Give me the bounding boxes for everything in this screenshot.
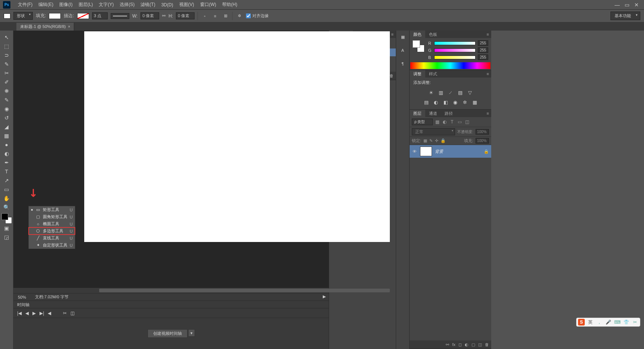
eraser-tool[interactable]: ◢ — [3, 123, 11, 131]
path-alignment-icon[interactable]: ≡ — [211, 12, 219, 20]
zoom-level[interactable]: 50% — [18, 295, 26, 299]
ime-keyboard-icon[interactable]: ⌨ — [614, 319, 621, 326]
color-tab[interactable]: 颜色 — [410, 31, 425, 38]
zoom-tool[interactable]: 🔍 — [3, 203, 11, 211]
filter-pixel-icon[interactable]: ▦ — [434, 119, 440, 125]
menu-view[interactable]: 视图(V) — [176, 1, 197, 8]
layer-thumbnail[interactable] — [420, 147, 432, 156]
stroke-width-input[interactable]: 3 点 — [92, 12, 108, 19]
lock-all-icon[interactable]: 🔒 — [441, 138, 446, 143]
color-fgbg[interactable] — [413, 40, 424, 52]
line-tool-item[interactable]: ╱直线工具U — [29, 235, 75, 242]
dodge-tool[interactable]: ◐ — [3, 150, 11, 158]
brightness-icon[interactable]: ☀ — [428, 89, 435, 96]
color-spectrum[interactable] — [410, 62, 490, 69]
layer-name[interactable]: 背景 — [435, 149, 481, 154]
paths-tab[interactable]: 路径 — [441, 110, 457, 117]
menu-edit[interactable]: 编辑(E) — [35, 1, 56, 8]
path-operations-icon[interactable]: ▫ — [201, 12, 208, 20]
shape-mode-select[interactable]: 形状 — [13, 12, 33, 20]
workspace-select[interactable]: 基本功能 — [610, 12, 640, 20]
cut-icon[interactable]: ✂ — [63, 311, 67, 316]
adjustments-tab[interactable]: 调整 — [410, 70, 425, 78]
prev-frame-icon[interactable]: ◀ — [25, 311, 29, 316]
filter-smart-icon[interactable]: ◫ — [464, 119, 470, 125]
custom-shape-tool-item[interactable]: ✦自定形状工具U — [29, 242, 75, 249]
marquee-tool[interactable]: ⬚ — [3, 42, 11, 50]
r-value[interactable]: 255 — [478, 40, 488, 46]
polygon-tool-item[interactable]: ⬡多边形工具U — [29, 227, 75, 235]
canvas-viewport[interactable]: ↘ ■▭矩形工具U ▢圆角矩形工具U ○椭圆工具U ⬡多边形工具U ╱直线工具U… — [13, 31, 329, 288]
minimize-button[interactable]: — — [613, 1, 622, 8]
stroke-swatch[interactable] — [77, 13, 89, 19]
new-layer-icon[interactable]: ◫ — [478, 342, 482, 347]
link-icon[interactable]: ⚯ — [162, 13, 165, 18]
menu-select[interactable]: 选择(S) — [117, 1, 138, 8]
close-button[interactable]: ✕ — [632, 1, 641, 8]
menu-layer[interactable]: 图层(L) — [76, 1, 96, 8]
document-canvas[interactable] — [84, 31, 390, 242]
screen-mode-icon[interactable]: ▣ — [3, 224, 11, 232]
shape-tool[interactable]: ▭ — [3, 185, 11, 194]
brush-tool[interactable]: ✎ — [3, 96, 11, 104]
panel-menu-icon[interactable]: ≡ — [484, 111, 491, 116]
paragraph-collapsed-icon[interactable]: ¶ — [399, 60, 407, 68]
goto-start-icon[interactable]: |◀ — [17, 311, 22, 316]
layer-style-icon[interactable]: fx — [452, 342, 455, 347]
lasso-tool[interactable]: ⊃ — [3, 51, 11, 59]
b-value[interactable]: 255 — [478, 54, 488, 60]
photo-filter-icon[interactable]: ◉ — [452, 99, 459, 106]
fill-input[interactable]: 100% — [476, 138, 489, 144]
panel-menu-icon[interactable]: ≡ — [389, 32, 396, 37]
bw-icon[interactable]: ◧ — [442, 99, 449, 106]
crop-tool[interactable]: ✂ — [3, 69, 11, 77]
tab-close-icon[interactable]: × — [68, 25, 70, 29]
character-collapsed-icon[interactable]: A — [399, 46, 407, 54]
quick-mask-icon[interactable]: ◲ — [3, 233, 11, 241]
gradient-tool[interactable]: ▦ — [3, 132, 11, 140]
stroke-style-select[interactable] — [111, 13, 129, 19]
ime-tool-icon[interactable]: ✂ — [632, 319, 638, 326]
align-edges-checkbox[interactable]: 对齐边缘 — [246, 13, 269, 19]
new-fill-icon[interactable]: ◐ — [465, 342, 468, 347]
play-icon[interactable]: ▶ — [32, 311, 36, 316]
swatches-tab[interactable]: 色板 — [425, 31, 441, 38]
pen-tool[interactable]: ✒ — [3, 158, 11, 167]
vibrance-icon[interactable]: ▽ — [467, 89, 473, 96]
tool-preset-icon[interactable] — [4, 13, 10, 19]
move-tool[interactable]: ↖ — [3, 33, 11, 41]
transition-icon[interactable]: ◫ — [70, 311, 75, 316]
opacity-input[interactable]: 100% — [476, 129, 489, 135]
type-tool[interactable]: T — [3, 167, 11, 176]
new-group-icon[interactable]: ▢ — [471, 342, 475, 347]
goto-end-icon[interactable]: ◀ — [48, 311, 51, 316]
add-mask-icon[interactable]: ◻ — [458, 342, 462, 347]
ellipse-tool-item[interactable]: ○椭圆工具U — [29, 220, 75, 227]
healing-tool[interactable]: ❋ — [3, 87, 11, 95]
ime-punct-icon[interactable]: ， — [596, 319, 603, 326]
delete-layer-icon[interactable]: 🗑 — [485, 342, 489, 347]
horizontal-scrollbar[interactable] — [13, 288, 329, 293]
filter-adjust-icon[interactable]: ◐ — [442, 119, 448, 125]
ime-skin-icon[interactable]: 👕 — [623, 319, 629, 326]
menu-file[interactable]: 文件(F) — [15, 1, 35, 8]
lookup-icon[interactable]: ▦ — [471, 99, 478, 106]
hand-tool[interactable]: ✋ — [3, 194, 11, 202]
filter-type-icon[interactable]: T — [449, 119, 455, 125]
menu-window[interactable]: 窗口(W) — [197, 1, 219, 8]
stamp-tool[interactable]: ◉ — [3, 105, 11, 113]
menu-text[interactable]: 文字(Y) — [96, 1, 117, 8]
link-layers-icon[interactable]: ⚯ — [446, 342, 449, 347]
trash-icon[interactable]: 🗑 — [389, 73, 394, 78]
color-balance-icon[interactable]: ◐ — [433, 99, 439, 106]
panel-menu-icon[interactable]: ≡ — [484, 72, 491, 76]
align-check-input[interactable] — [246, 13, 251, 18]
path-arrangement-icon[interactable]: ⊞ — [222, 12, 229, 20]
filter-type-select[interactable]: ρ 类型 — [412, 119, 433, 125]
layer-background[interactable]: 👁 背景 🔒 — [410, 145, 491, 158]
g-value[interactable]: 255 — [478, 47, 488, 53]
visibility-icon[interactable]: 👁 — [412, 149, 417, 154]
menu-filter[interactable]: 滤镜(T) — [138, 1, 158, 8]
fill-swatch[interactable] — [49, 13, 61, 19]
rounded-rectangle-tool-item[interactable]: ▢圆角矩形工具U — [29, 213, 75, 220]
